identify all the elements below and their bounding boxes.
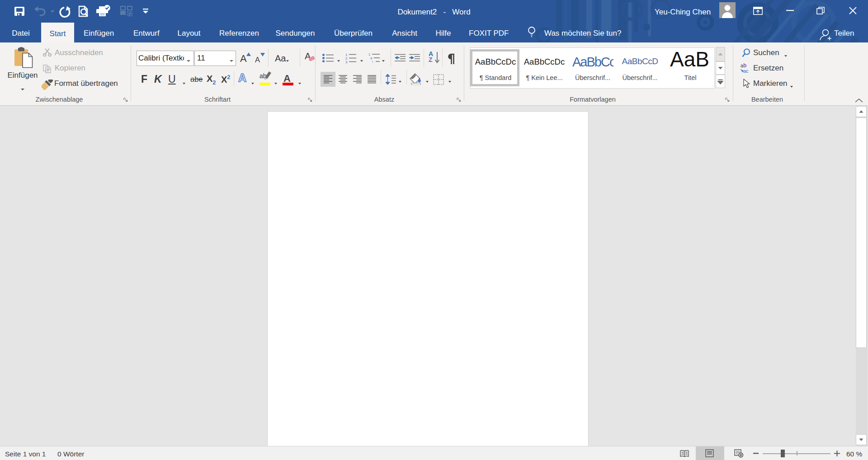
- svg-text:3: 3: [345, 60, 348, 63]
- svg-text:i: i: [372, 60, 373, 63]
- svg-text:ac: ac: [743, 68, 749, 73]
